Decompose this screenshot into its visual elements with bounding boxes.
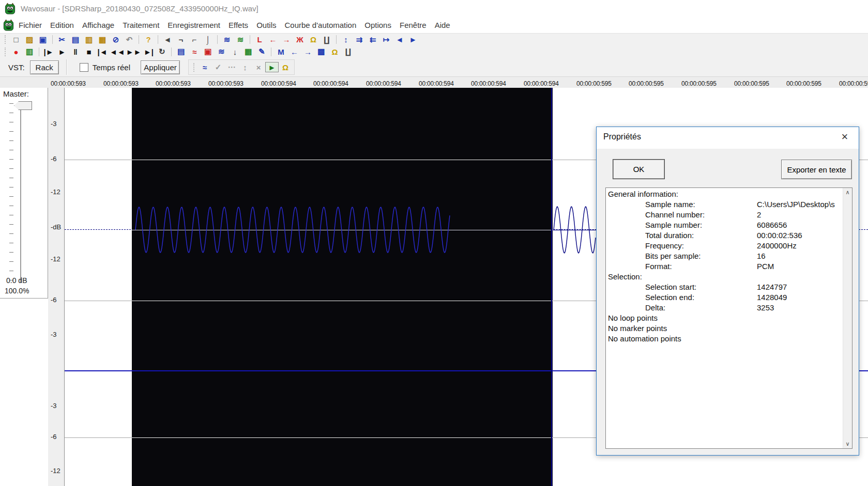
loop-playback-icon[interactable]: ↻ (155, 46, 169, 57)
menu-item[interactable]: Fichier (14, 19, 46, 32)
document-arrow-icon[interactable]: ▤ (174, 46, 188, 57)
dialog-title-bar[interactable]: Propriétés × (597, 127, 859, 149)
loop-end-icon[interactable]: → (280, 34, 293, 45)
open-file-icon[interactable]: ▨ (23, 34, 36, 45)
separator[interactable] (39, 48, 39, 56)
toolbar-grip[interactable] (5, 35, 7, 44)
vst-rack-button[interactable]: Rack (30, 60, 59, 74)
auto-trim-icon[interactable]: ↓ (228, 46, 241, 57)
cut-icon[interactable]: ✂ (55, 34, 69, 45)
menu-item[interactable]: Affichage (78, 19, 118, 32)
play-from-cursor-icon[interactable]: |► (42, 46, 55, 57)
menu-item[interactable]: Fenêtre (395, 19, 431, 32)
statistics-curve-icon[interactable]: ≈ (188, 46, 201, 57)
vst-apply-button[interactable]: Appliquer (141, 60, 180, 74)
fast-forward-icon[interactable]: ►► (126, 46, 142, 57)
loop-start-icon[interactable]: ← (266, 34, 280, 45)
zoom-vertical-icon[interactable]: ↕ (339, 34, 353, 45)
menu-item[interactable]: Traitement (118, 19, 163, 32)
marker-selection-icon[interactable]: ▩ (314, 46, 328, 57)
interpolate-icon[interactable]: ¬ (174, 34, 188, 45)
zoom-in-icon[interactable]: ⇉ (353, 34, 366, 45)
separator[interactable] (171, 48, 172, 56)
menu-item[interactable]: Enregistrement (163, 19, 224, 32)
paste-icon[interactable]: ▥ (82, 34, 96, 45)
close-icon[interactable]: × (838, 130, 851, 144)
view-previous-icon[interactable]: ◄ (393, 34, 406, 45)
trim-icon[interactable]: ⊘ (109, 34, 123, 45)
lock-automation-icon[interactable]: Ω (279, 61, 292, 73)
separator[interactable] (250, 35, 250, 44)
separator[interactable] (139, 35, 139, 44)
view-next-icon[interactable]: ► (406, 34, 420, 45)
lock-markers-icon[interactable]: Ω (328, 46, 341, 57)
separator[interactable] (158, 35, 158, 44)
input-monitor-icon[interactable]: ▥ (23, 46, 36, 57)
volume-slider-track[interactable] (20, 104, 21, 283)
loop-wave-icon[interactable]: Ж (293, 34, 307, 45)
duplicate-icon[interactable]: ▣ (201, 46, 215, 57)
separator[interactable] (217, 35, 218, 44)
zoom-out-icon[interactable]: ⇇ (366, 34, 379, 45)
selection-region[interactable] (132, 88, 553, 486)
rewind-icon[interactable]: ◄◄ (109, 46, 126, 57)
loop-marker-icon[interactable]: L (253, 34, 266, 45)
go-to-start-icon[interactable]: |◄ (96, 46, 109, 57)
settings-wrench-icon[interactable]: ⌡ (201, 34, 215, 45)
vertical-zoom-wave-icon[interactable]: ≋ (220, 34, 234, 45)
scroll-down-icon[interactable]: ∨ (843, 440, 852, 448)
menu-item[interactable]: Courbe d'automation (280, 19, 360, 32)
record-icon[interactable]: ● (9, 46, 23, 57)
connections-icon[interactable]: ⌐ (188, 34, 201, 45)
horizontal-zoom-wave-icon[interactable]: ≋ (234, 34, 247, 45)
delete-markers-icon[interactable]: ∐ (341, 46, 355, 57)
realtime-checkbox[interactable] (80, 63, 88, 72)
scale-points-icon[interactable]: ↕ (238, 61, 252, 73)
delete-points-icon[interactable]: × (252, 61, 265, 73)
menu-item[interactable]: Outils (252, 19, 280, 32)
toolbar-grip[interactable] (193, 63, 195, 72)
menu-item[interactable]: Edition (46, 19, 78, 32)
play-automation-icon[interactable]: ► (265, 62, 279, 72)
marker-icon[interactable]: M (274, 46, 287, 57)
time-ruler[interactable]: 00:00:00:593 00:00:00:593 00:00:00:593 0… (0, 76, 868, 88)
validate-point-icon[interactable]: ✓ (211, 61, 225, 73)
scroll-up-icon[interactable]: ∧ (843, 188, 852, 197)
undo-icon[interactable]: ↶ (123, 34, 136, 45)
help-icon[interactable]: ? (142, 34, 155, 45)
play-icon[interactable]: ► (55, 46, 69, 57)
toolbar-grip[interactable] (5, 48, 7, 56)
copy-icon[interactable]: ▤ (69, 34, 82, 45)
property-row: Frequency: 2400000Hz (608, 241, 844, 251)
save-file-icon[interactable]: ▣ (36, 34, 50, 45)
selection-edge[interactable] (551, 88, 552, 486)
menu-item[interactable]: Aide (431, 19, 454, 32)
export-text-button[interactable]: Exporter en texte (781, 160, 852, 179)
audio-settings-icon[interactable]: ◄ (161, 34, 174, 45)
resample-grid-icon[interactable]: ▦ (241, 46, 255, 57)
previous-marker-icon[interactable]: ← (287, 46, 301, 57)
show-points-icon[interactable]: ⋯ (225, 61, 238, 73)
next-marker-icon[interactable]: → (301, 46, 314, 57)
delete-loop-icon[interactable]: ∐ (320, 34, 333, 45)
zoom-selection-icon[interactable]: ↦ (379, 34, 393, 45)
lock-loop-icon[interactable]: Ω (307, 34, 320, 45)
separator[interactable] (336, 35, 337, 44)
stop-icon[interactable]: ■ (82, 46, 96, 57)
mix-channels-icon[interactable]: ≋ (215, 46, 228, 57)
pause-icon[interactable]: ‖ (69, 46, 82, 57)
separator[interactable] (52, 35, 53, 44)
automation-curve-icon[interactable]: ≈ (198, 61, 211, 73)
menu-item[interactable]: Options (360, 19, 395, 32)
volume-slider-handle[interactable] (14, 101, 32, 110)
separator[interactable] (271, 48, 271, 56)
go-to-end-icon[interactable]: ►| (142, 46, 155, 57)
new-file-icon[interactable]: □ (9, 34, 23, 45)
draw-pencil-icon[interactable]: ✎ (255, 46, 268, 57)
scrollbar[interactable]: ∧ ∨ (843, 188, 852, 448)
ok-button[interactable]: OK (613, 159, 665, 179)
ruler-timestamp: 00:00:00:595 (839, 80, 868, 87)
properties-list[interactable]: General information: Sample name: C:\Use… (605, 187, 852, 449)
menu-item[interactable]: Effets (224, 19, 252, 32)
paste-new-icon[interactable]: ▦ (96, 34, 109, 45)
